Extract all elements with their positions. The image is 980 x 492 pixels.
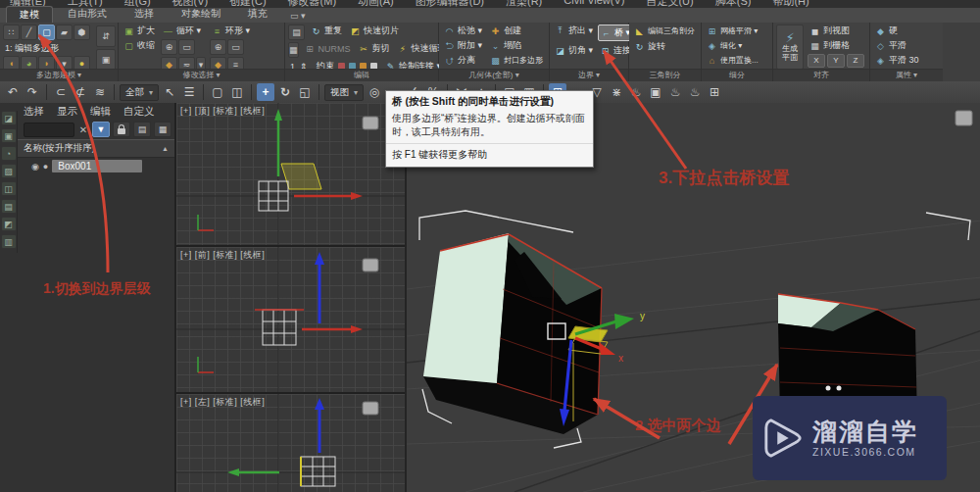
explorer-menu-item[interactable]: 选择 <box>24 105 44 119</box>
panel-footer[interactable]: 属性 ▾ <box>870 69 943 81</box>
make-planar-button[interactable]: ⚡生成平面 <box>776 25 804 70</box>
relax-button[interactable]: ◠松弛 ▾ <box>442 25 484 37</box>
panel-footer[interactable]: 细分 <box>702 69 772 81</box>
meshsmooth-button[interactable]: ⊞网格平滑 ▾ <box>705 25 769 37</box>
viewport-label[interactable]: [+] [顶] [标准] [线框] <box>180 105 265 118</box>
ribbon-tab[interactable]: 对象绘制 <box>169 6 233 23</box>
viewport-left[interactable]: [+] [左] [标准] [线框] <box>176 394 405 492</box>
visibility-eye-icon[interactable]: ◉ <box>31 162 39 172</box>
modifier-list-icon[interactable]: ⇵ <box>96 25 116 47</box>
collapse-button[interactable]: ⌄塌陷 <box>488 39 545 52</box>
polygon-subobject-icon[interactable]: ▰ <box>56 25 73 40</box>
ribbon-config-icon[interactable]: ▭ ▾ <box>290 11 306 23</box>
select-rotate-icon[interactable]: ↻ <box>276 83 294 101</box>
display-spacewarps-icon[interactable]: ▤ <box>1 199 17 214</box>
nurms-button[interactable]: ⊞NURMS <box>303 42 353 55</box>
attach-button[interactable]: ⮌附加 ▾ <box>442 39 484 52</box>
render-iterative-icon[interactable]: ♨ <box>686 83 704 101</box>
ribbon-tab[interactable]: 填充 <box>235 6 280 23</box>
repeat-button[interactable]: ↻重复 <box>309 25 344 37</box>
rect-selection-region-icon[interactable]: ▢ <box>209 83 226 101</box>
object-name-label[interactable]: Box001 <box>52 160 142 172</box>
menu-item[interactable]: 脚本(S) <box>715 0 752 8</box>
chamfer-button[interactable]: ◪切角 ▾ <box>553 44 595 57</box>
cap-poly-button[interactable]: ▩封口多边形 <box>488 54 545 67</box>
create-button[interactable]: ✚创建 <box>488 25 545 37</box>
distant-box-object[interactable] <box>363 259 378 271</box>
scene-object-row[interactable]: ◉ ● Box001 <box>18 158 174 174</box>
menu-item[interactable]: 帮助(H) <box>772 0 808 8</box>
pick-parent-icon[interactable]: ▤ <box>133 122 151 137</box>
viewport-label[interactable]: [+] [前] [标准] [线框] <box>180 249 265 262</box>
explorer-menu-item[interactable]: 显示 <box>57 105 77 119</box>
explorer-column-header[interactable]: 名称(按升序排序) ▲ <box>18 139 174 158</box>
explorer-menu-item[interactable]: 自定义 <box>123 105 155 119</box>
viewcube[interactable] <box>956 111 972 125</box>
shrink-button[interactable]: ▢收缩 <box>122 39 157 52</box>
render-production-icon[interactable]: ♨ <box>666 83 684 101</box>
lock-icon[interactable] <box>113 122 130 137</box>
align-y-button[interactable]: Y <box>827 54 845 68</box>
explorer-menu-item[interactable]: 编辑 <box>90 105 111 119</box>
select-by-name-icon[interactable]: ☰ <box>180 83 198 101</box>
extrude-button[interactable]: ⤒挤出 ▾ <box>553 25 595 37</box>
bridge-button[interactable]: ⌐桥 ▾ <box>598 25 633 41</box>
unlink-selection-icon[interactable]: ⊄ <box>72 83 89 101</box>
edge-subobject-icon[interactable]: ╱ <box>21 25 37 40</box>
align-to-view-button[interactable]: ◼到视图 <box>808 25 864 37</box>
window-crossing-icon[interactable]: ◫ <box>228 83 246 101</box>
viewport-layout-icon[interactable]: ⊞ <box>706 83 723 101</box>
search-input[interactable] <box>24 123 74 137</box>
edit-tools-icon[interactable]: ▤ <box>288 25 305 40</box>
ring-shift-icon[interactable]: ▭ <box>227 39 244 55</box>
ring-grow-icon[interactable]: ⊕ <box>210 39 226 55</box>
ring-button[interactable]: ≡环形 ▾ <box>210 25 252 37</box>
select-scale-icon[interactable]: ◱ <box>296 83 314 101</box>
redo-icon[interactable]: ↷ <box>24 83 41 101</box>
cut-button[interactable]: ✂剪切 <box>357 42 392 55</box>
smooth30-button[interactable]: ◈平滑 30 <box>873 54 940 67</box>
display-bones-icon[interactable]: ▥ <box>1 234 17 249</box>
box-wireframe[interactable] <box>263 310 296 345</box>
display-groups-icon[interactable]: ◩ <box>1 217 17 231</box>
bind-spacewarp-icon[interactable]: ≋ <box>91 83 109 101</box>
display-helpers-icon[interactable]: ◫ <box>1 181 17 196</box>
display-shapes-icon[interactable]: ▣ <box>1 128 17 143</box>
grow-button[interactable]: ▣扩大 <box>122 25 157 37</box>
undo-icon[interactable]: ↶ <box>4 83 22 101</box>
border-subobject-icon[interactable]: ▢ <box>38 25 55 40</box>
vertex-subobject-icon[interactable]: ∷ <box>3 25 20 40</box>
show-end-result-icon[interactable]: ▣ <box>96 49 116 71</box>
clear-search-icon[interactable]: ✕ <box>77 124 89 135</box>
edit-triangulation-button[interactable]: ◣编辑三角剖分 <box>632 25 698 37</box>
use-displacement-button[interactable]: ⌂使用置换... <box>705 54 769 67</box>
panel-footer[interactable]: 边界 ▾ <box>550 69 628 81</box>
loop-button[interactable]: —循环 ▾ <box>161 25 206 37</box>
display-lights-icon[interactable]: ◔ <box>1 146 17 161</box>
display-cameras-icon[interactable]: ▨ <box>1 164 17 178</box>
render-setup-icon[interactable]: ♨ <box>627 83 645 101</box>
distant-box-object[interactable] <box>363 402 378 415</box>
selection-filter-dropdown[interactable]: 全部▾ <box>120 84 159 101</box>
ribbon-tab[interactable]: 建模 <box>6 6 53 23</box>
select-move-icon[interactable]: + <box>257 83 274 101</box>
ribbon-tab[interactable]: 自由形式 <box>55 6 120 23</box>
distant-box-object[interactable] <box>363 117 378 129</box>
viewport-top[interactable]: [+] [顶] [标准] [线框] <box>176 103 405 247</box>
select-link-icon[interactable]: ⊂ <box>52 83 70 101</box>
panel-footer[interactable]: 几何体(全部) ▾ <box>439 69 549 81</box>
filter-icon[interactable]: ▼ <box>92 122 110 137</box>
menu-item[interactable]: 自定义(U) <box>646 0 693 8</box>
sync-selection-icon[interactable]: ▦ <box>154 122 172 137</box>
rendered-frame-icon[interactable]: ▣ <box>647 83 664 101</box>
panel-footer[interactable]: 三角剖分 <box>629 69 701 81</box>
menu-item[interactable]: 图形编辑器(D) <box>416 0 484 8</box>
detach-button[interactable]: ⮍分离 <box>442 54 484 67</box>
align-x-button[interactable]: X <box>808 54 825 68</box>
ribbon-tab[interactable]: 选择 <box>122 6 167 23</box>
turn-button[interactable]: ↻旋转 <box>632 40 698 53</box>
panel-footer[interactable]: 对齐 <box>773 69 869 81</box>
menu-item[interactable]: Civil View(V) <box>564 0 624 8</box>
box-wireframe[interactable] <box>301 457 335 486</box>
tessellate-button[interactable]: ◈细化 ▾ <box>705 39 769 52</box>
